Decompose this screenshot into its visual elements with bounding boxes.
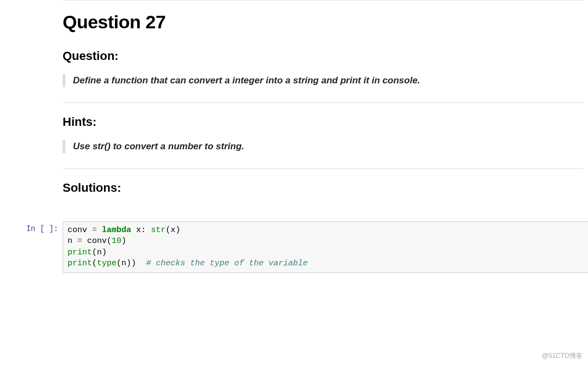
code-cell-content: conv = lambda x: str(x) n = conv(10) pri… xyxy=(63,206,588,273)
tok-print1: print xyxy=(68,248,92,257)
markdown-cell: Question 27 Question: Define a function … xyxy=(0,0,588,206)
question-heading: Question 27 xyxy=(63,11,584,33)
hints-subheading: Hints: xyxy=(63,115,584,129)
tok-rparen: ) xyxy=(175,226,180,235)
tok-n: n xyxy=(68,236,72,246)
markdown-body: Question 27 Question: Define a function … xyxy=(63,0,588,206)
question-text: Define a function that can convert a int… xyxy=(73,75,584,86)
question-subheading: Question: xyxy=(63,49,584,63)
tok-eq: = xyxy=(92,226,97,235)
tok-x2: x xyxy=(170,226,175,235)
tok-lparen4: ( xyxy=(92,259,97,268)
tok-eq2: = xyxy=(77,236,82,246)
markdown-prompt xyxy=(0,0,63,206)
code-source: conv = lambda x: str(x) n = conv(10) pri… xyxy=(68,225,584,269)
question-blockquote: Define a function that can convert a int… xyxy=(63,74,584,87)
tok-comment: # checks the type of the variable xyxy=(146,259,308,268)
notebook: Question 27 Question: Define a function … xyxy=(0,0,588,273)
hints-rule xyxy=(63,168,584,169)
code-cell: In [ ]: conv = lambda x: str(x) n = conv… xyxy=(0,206,588,273)
solutions-subheading: Solutions: xyxy=(63,181,584,195)
code-prompt: In [ ]: xyxy=(0,206,63,273)
hints-blockquote: Use str() to convert a number to string. xyxy=(63,140,584,153)
tok-rparen4: ) xyxy=(131,259,136,268)
tok-rparen3: ) xyxy=(102,248,107,257)
tok-lparen3: ( xyxy=(92,248,97,257)
code-input-area[interactable]: conv = lambda x: str(x) n = conv(10) pri… xyxy=(63,221,588,273)
tok-lparen5: ( xyxy=(117,259,121,268)
top-rule xyxy=(63,0,584,1)
tok-conv: conv xyxy=(68,226,87,235)
tok-str: str xyxy=(151,226,166,235)
tok-type: type xyxy=(97,259,117,268)
question-rule xyxy=(63,102,584,103)
tok-n3: n xyxy=(121,259,126,268)
tok-rparen5: ) xyxy=(126,259,131,268)
tok-rparen2: ) xyxy=(121,236,126,246)
tok-lparen: ( xyxy=(166,226,170,235)
tok-lambda: lambda xyxy=(102,226,131,235)
tok-print2: print xyxy=(68,259,92,268)
tok-lparen2: ( xyxy=(107,236,112,246)
hints-text: Use str() to convert a number to string. xyxy=(73,141,584,152)
tok-x: x xyxy=(136,226,141,235)
tok-colon: : xyxy=(141,226,146,235)
tok-10: 10 xyxy=(112,236,121,246)
tok-conv2: conv xyxy=(87,236,107,246)
tok-n2: n xyxy=(97,248,102,257)
